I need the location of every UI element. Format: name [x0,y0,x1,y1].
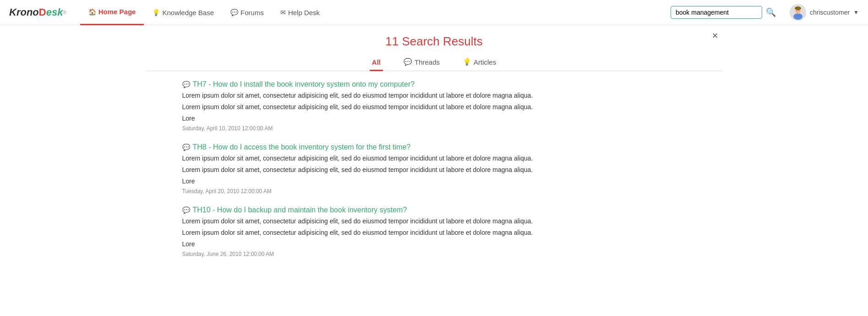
result-excerpt1-TH7: Lorem ipsum dolor sit amet, consectetur … [182,91,686,100]
helpdesk-icon: ✉ [280,9,286,16]
navbar: KronoDesk® 🏠 Home Page 💡 Knowledge Base … [0,0,868,25]
filter-tab-all[interactable]: All [370,54,383,71]
logo-dot: D [39,6,46,18]
svg-point-5 [798,10,799,11]
nav-help-desk[interactable]: ✉ Help Desk [272,0,328,25]
result-excerpt2-TH7: Lorem ipsum dolor sit amet, consectetur … [182,102,686,112]
result-excerpt1-TH10: Lorem ipsum dolor sit amet, consectetur … [182,216,686,226]
home-icon: 🏠 [88,8,96,16]
logo[interactable]: KronoDesk® [9,6,66,18]
knowledge-icon: 💡 [152,9,160,16]
thread-icon-TH7: 💬 [182,81,190,88]
result-title-TH8[interactable]: 💬 TH8 - How do I access the book invento… [182,143,686,151]
result-title-text-TH8: TH8 - How do I access the book inventory… [193,143,411,151]
filter-all-label: All [372,58,381,66]
results-header: 11 Search Results All 💬 Threads 💡 Articl… [146,34,723,71]
search-button[interactable]: 🔍 [766,7,776,17]
filter-threads-label: Threads [415,58,440,66]
avatar-svg [790,4,806,21]
user-name: chriscustomer [810,9,850,16]
nav-home-label: Home Page [98,8,136,16]
filter-tab-articles[interactable]: 💡 Articles [460,54,498,71]
logo-trademark: ® [63,10,66,15]
result-excerpt2-TH10: Lorem ipsum dolor sit amet, consectetur … [182,228,686,238]
result-excerpt1-TH8: Lorem ipsum dolor sit amet, consectetur … [182,154,686,163]
filter-tabs: All 💬 Threads 💡 Articles [146,54,723,71]
result-title-TH10[interactable]: 💬 TH10 - How do I backup and maintain th… [182,206,686,214]
threads-icon: 💬 [404,58,412,66]
nav-knowledge-label: Knowledge Base [162,9,214,17]
result-excerpt2-TH8: Lorem ipsum dolor sit amet, consectetur … [182,165,686,175]
user-dropdown-arrow: ▼ [853,9,859,16]
avatar [790,4,806,21]
nav-helpdesk-label: Help Desk [288,9,320,17]
result-title-text-TH10: TH10 - How do I backup and maintain the … [193,206,407,214]
result-title-text-TH7: TH7 - How do I install the book inventor… [193,80,415,89]
thread-icon-TH10: 💬 [182,206,190,214]
result-date-TH10: Saturday, June 26, 2010 12:00:00 AM [182,251,686,257]
logo-desk: esk [46,6,63,18]
filter-articles-label: Articles [474,58,496,66]
articles-icon: 💡 [463,58,471,66]
user-area[interactable]: chriscustomer ▼ [790,4,859,21]
result-title-TH7[interactable]: 💬 TH7 - How do I install the book invent… [182,80,686,89]
nav-links: 🏠 Home Page 💡 Knowledge Base 💬 Forums ✉ … [80,0,671,25]
nav-forums-label: Forums [240,9,264,17]
filter-tab-threads[interactable]: 💬 Threads [401,54,442,71]
results-container[interactable]: 💬 TH7 - How do I install the book invent… [146,80,723,269]
result-item: 💬 TH7 - How do I install the book invent… [182,80,686,132]
result-item: 💬 TH10 - How do I backup and maintain th… [182,206,686,257]
nav-knowledge-base[interactable]: 💡 Knowledge Base [144,0,222,25]
thread-icon-TH8: 💬 [182,144,190,151]
main-content: × 11 Search Results All 💬 Threads 💡 Arti… [146,25,723,278]
search-input[interactable] [671,6,762,19]
result-item: 💬 TH8 - How do I access the book invento… [182,143,686,194]
result-date-TH8: Tuesday, April 20, 2010 12:00:00 AM [182,188,686,194]
result-excerpt3-TH10: Lore [182,239,686,249]
result-excerpt3-TH8: Lore [182,177,686,186]
nav-home[interactable]: 🏠 Home Page [80,0,144,25]
search-area: 🔍 [671,6,776,19]
close-button[interactable]: × [712,30,718,42]
svg-point-1 [793,13,802,20]
svg-point-4 [796,10,797,11]
forums-icon: 💬 [230,9,238,16]
nav-forums[interactable]: 💬 Forums [222,0,272,25]
logo-krono: Krono [9,6,39,18]
result-date-TH7: Saturday, April 10, 2010 12:00:00 AM [182,125,686,132]
result-excerpt3-TH7: Lore [182,114,686,123]
svg-point-3 [795,6,801,10]
results-title: 11 Search Results [146,34,723,49]
